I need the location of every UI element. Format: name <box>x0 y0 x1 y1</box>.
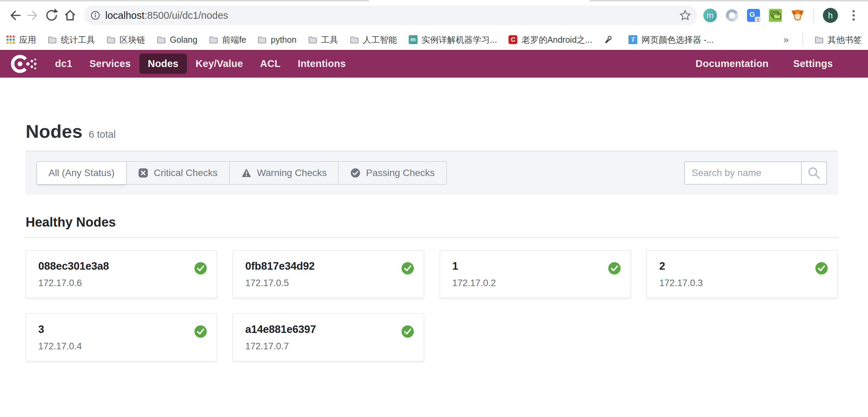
node-card[interactable]: 2 172.17.0.3 <box>647 250 838 298</box>
refresh-icon[interactable] <box>42 6 61 25</box>
bookmark-label: python <box>271 35 296 45</box>
nodes-page: Nodes 6 total All (Any Status) Critical … <box>0 78 868 361</box>
toolbar-separator <box>813 9 814 22</box>
extension-m-icon[interactable]: m <box>703 9 717 22</box>
back-icon[interactable] <box>5 6 24 25</box>
tab-acl[interactable]: ACL <box>252 54 289 74</box>
node-card[interactable]: 3 172.17.0.4 <box>26 313 217 361</box>
mooc-favicon: m <box>409 35 418 44</box>
metamask-fox-icon[interactable] <box>791 9 804 22</box>
bookmark-star-icon[interactable] <box>679 10 691 21</box>
filter-toolbar: All (Any Status) Critical Checks Warning… <box>26 151 838 194</box>
folder-icon <box>48 35 57 44</box>
bookmark-label: 老罗的Android之... <box>521 34 592 45</box>
bookmark-site[interactable]: T 网页颜色选择器 -... <box>628 34 714 45</box>
bookmark-folder[interactable]: 区块链 <box>107 34 145 45</box>
passing-status-icon <box>401 325 414 338</box>
filter-label: Critical Checks <box>154 167 218 178</box>
bookmark-label: 区块链 <box>120 34 145 45</box>
tab-manager-extension-icon[interactable] <box>769 9 782 22</box>
node-card[interactable]: 088ec301e3a8 172.17.0.6 <box>26 250 217 298</box>
folder-icon <box>157 35 166 44</box>
tab-intentions[interactable]: Intentions <box>289 54 354 74</box>
bookmark-label: 应用 <box>19 34 36 45</box>
node-name: 2 <box>659 260 825 272</box>
node-name: 0fb817e34d92 <box>245 260 411 272</box>
node-name: 088ec301e3a8 <box>38 260 204 272</box>
search-input[interactable] <box>685 162 801 184</box>
site-info-icon[interactable] <box>90 10 100 21</box>
colorpicker-favicon: T <box>628 35 637 44</box>
folder-icon <box>350 35 359 44</box>
url-text: localhost:8500/ui/dc1/nodes <box>105 10 228 21</box>
node-card[interactable]: a14e881e6397 172.17.0.7 <box>233 313 424 361</box>
apps-grid-icon <box>6 35 15 44</box>
tab-services[interactable]: Services <box>81 54 139 74</box>
node-name: a14e881e6397 <box>245 323 411 336</box>
address-bar[interactable]: localhost:8500/ui/dc1/nodes <box>84 5 697 25</box>
filter-passing[interactable]: Passing Checks <box>338 162 446 184</box>
passing-status-icon <box>608 262 621 275</box>
bookmark-folder[interactable]: python <box>258 35 296 45</box>
nav-right-links: Documentation Settings <box>687 54 841 74</box>
extension-ring-icon[interactable] <box>724 8 740 23</box>
filter-critical[interactable]: Critical Checks <box>126 162 229 184</box>
warning-icon <box>241 168 252 178</box>
bookmark-label: 实例详解机器学习... <box>422 34 497 45</box>
passing-status-icon <box>194 325 207 338</box>
documentation-link[interactable]: Documentation <box>687 54 777 74</box>
passing-status-icon <box>815 262 828 275</box>
browser-toolbar: localhost:8500/ui/dc1/nodes m G 文 <box>0 1 868 29</box>
csdn-favicon: C <box>508 35 517 44</box>
browser-menu-icon[interactable] <box>847 6 860 25</box>
bookmark-site[interactable]: C 老罗的Android之... <box>508 34 592 45</box>
node-card[interactable]: 0fb817e34d92 172.17.0.5 <box>233 250 424 298</box>
search-box <box>684 161 827 185</box>
bookmarks-overflow-chevron[interactable]: » <box>781 34 791 45</box>
bookmarks-bar: 应用 统计工具 区块链 Golang 前端fe python 工具 人工智能 <box>0 29 868 50</box>
bookmark-site[interactable] <box>604 35 617 44</box>
signature-favicon <box>604 35 613 44</box>
other-bookmarks[interactable]: 其他书签 <box>815 34 862 45</box>
node-card[interactable]: 1 172.17.0.2 <box>440 250 631 298</box>
tab-nodes[interactable]: Nodes <box>139 54 187 74</box>
bookmark-folder[interactable]: Golang <box>157 35 198 45</box>
nodes-total-count: 6 total <box>89 129 116 140</box>
settings-link[interactable]: Settings <box>785 54 841 74</box>
profile-avatar[interactable]: h <box>823 8 838 23</box>
bookmark-folder[interactable]: 前端fe <box>209 34 246 45</box>
bookmark-label: 人工智能 <box>363 34 397 45</box>
passing-status-icon <box>401 262 414 275</box>
bookmark-site[interactable]: m 实例详解机器学习... <box>409 34 497 45</box>
bookmarks-separator <box>802 33 803 46</box>
filter-warning[interactable]: Warning Checks <box>229 162 338 184</box>
tab-strip-edge <box>0 0 868 1</box>
url-host: localhost <box>105 10 144 21</box>
bookmark-folder[interactable]: 人工智能 <box>350 34 397 45</box>
folder-icon <box>258 35 267 44</box>
filter-label: Passing Checks <box>366 167 435 178</box>
active-tab-notch <box>369 0 589 1</box>
node-name: 3 <box>38 323 204 336</box>
node-name: 1 <box>452 260 619 272</box>
node-ip: 172.17.0.3 <box>659 278 825 288</box>
folder-icon <box>308 35 317 44</box>
folder-icon <box>209 35 218 44</box>
status-filter-group: All (Any Status) Critical Checks Warning… <box>37 161 447 185</box>
bookmark-label: 其他书签 <box>828 34 862 45</box>
datacenter-selector[interactable]: dc1 <box>46 54 81 74</box>
forward-icon[interactable] <box>24 6 42 25</box>
search-icon[interactable] <box>801 162 826 184</box>
tab-key-value[interactable]: Key/Value <box>187 54 252 74</box>
filter-all[interactable]: All (Any Status) <box>37 162 126 184</box>
filter-label: All (Any Status) <box>49 167 114 178</box>
bookmark-folder[interactable]: 工具 <box>308 34 338 45</box>
bookmark-label: 网页颜色选择器 -... <box>641 34 714 45</box>
filter-label: Warning Checks <box>257 167 327 178</box>
bookmark-apps[interactable]: 应用 <box>6 34 36 45</box>
bookmark-folder[interactable]: 统计工具 <box>48 34 95 45</box>
home-icon[interactable] <box>61 6 79 25</box>
translate-extension-icon[interactable]: G 文 <box>747 9 760 22</box>
translate-g: G <box>749 10 755 18</box>
consul-logo-icon[interactable] <box>7 53 41 75</box>
